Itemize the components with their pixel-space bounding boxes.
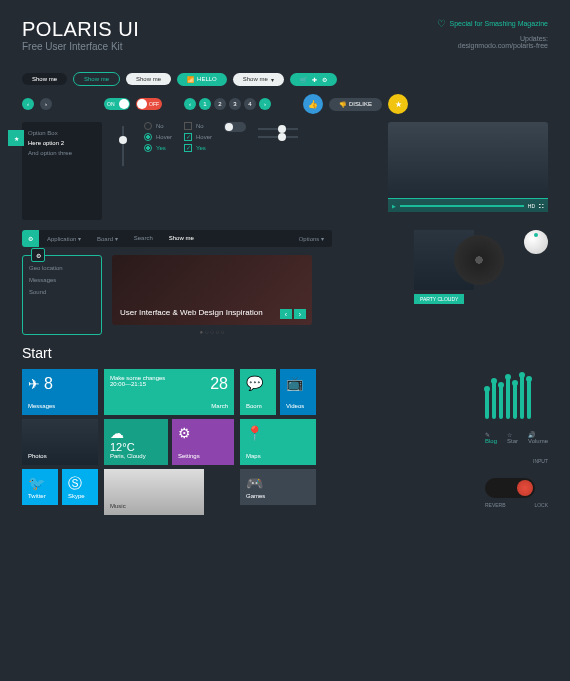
sliders-group: [258, 122, 298, 220]
slider-2[interactable]: [258, 136, 298, 138]
star-icon[interactable]: ★: [8, 130, 24, 146]
showme-button-outline[interactable]: Show me: [73, 72, 120, 86]
tile-photos[interactable]: Photos: [22, 419, 98, 465]
cloud-icon: ☁: [110, 425, 162, 441]
smi-sound[interactable]: Sound: [29, 286, 95, 298]
header-left: POLARIS UI Free User Interface Kit: [22, 18, 139, 52]
check-group: No ✓Hover ✓Yes: [184, 122, 212, 220]
slider-prev[interactable]: ‹: [280, 309, 292, 319]
toggle-switch[interactable]: [485, 478, 535, 498]
showme-button-white[interactable]: Show me: [126, 73, 171, 85]
gamepad-icon: 🎮: [246, 475, 310, 491]
pager-prev[interactable]: ‹: [22, 98, 34, 110]
video-player[interactable]: ▶ HD ⛶: [388, 122, 548, 212]
tile-messages[interactable]: ✈8 Messages: [22, 369, 98, 415]
cart-button[interactable]: 🛒 ✚ ⚙: [290, 73, 337, 86]
dislike-button[interactable]: 👎 DISLIKE: [329, 98, 382, 111]
tile-weather[interactable]: ☁ 12°C Paris, Cloudy: [104, 419, 168, 465]
video-progress[interactable]: [400, 205, 524, 207]
option-box: ★ Option Box Here option 2 And option th…: [22, 122, 102, 220]
pager-2[interactable]: 2: [214, 98, 226, 110]
pager-next-icon[interactable]: ›: [259, 98, 271, 110]
pager-1[interactable]: 1: [199, 98, 211, 110]
equalizer[interactable]: [485, 369, 548, 419]
pager-next-alt[interactable]: ›: [40, 98, 52, 110]
updates-url: designmodo.com/polaris-free: [437, 42, 548, 49]
header-right: Special for Smashing Magazine Updates: d…: [437, 18, 548, 52]
tab-star[interactable]: ☆Star: [507, 431, 518, 444]
navbar: ⚙ Application ▾ Board ▾ Search Show me O…: [22, 230, 332, 247]
slider-dots[interactable]: ● ○ ○ ○ ○: [112, 329, 312, 335]
check-hover[interactable]: ✓: [184, 133, 192, 141]
nav-app[interactable]: Application ▾: [39, 230, 89, 247]
special-text: Special for Smashing Magazine: [437, 18, 548, 29]
subtitle: Free User Interface Kit: [22, 41, 139, 52]
tile-games[interactable]: 🎮Games: [240, 469, 316, 505]
content-slider[interactable]: User Interface & Web Design Inspiration …: [112, 255, 312, 325]
gear-icon[interactable]: ⚙: [31, 248, 45, 262]
tile-music[interactable]: Music: [104, 469, 204, 515]
showme-dropdown[interactable]: Show me ▾: [233, 73, 284, 86]
twitter-icon: 🐦: [28, 475, 52, 491]
nav-options[interactable]: Options ▾: [291, 230, 332, 247]
optbox-item-1[interactable]: Here option 2: [28, 138, 96, 148]
pager-prev-icon[interactable]: ‹: [184, 98, 196, 110]
pin-icon: 📍: [246, 425, 310, 441]
showme-button-dark[interactable]: Show me: [22, 73, 67, 85]
tv-icon: 📺: [286, 375, 310, 391]
tabs: ✎Blog ☆Star 🔊Volume: [485, 431, 548, 444]
tile-skype[interactable]: ⓈSkype: [62, 469, 98, 505]
toggle-off[interactable]: OFF: [136, 98, 162, 110]
slider-1[interactable]: [258, 128, 298, 130]
pager-3[interactable]: 3: [229, 98, 241, 110]
pager-4[interactable]: 4: [244, 98, 256, 110]
tab-volume[interactable]: 🔊Volume: [528, 431, 548, 444]
title: POLARIS UI: [22, 18, 139, 41]
play-icon[interactable]: ▶: [392, 203, 396, 209]
paperplane-icon: ✈: [28, 376, 40, 392]
disc-icon: [454, 235, 504, 285]
optbox-item-2[interactable]: And option three: [28, 148, 96, 158]
vertical-slider[interactable]: [122, 126, 124, 166]
tile-maps[interactable]: 📍Maps: [240, 419, 316, 465]
tile-settings[interactable]: ⚙Settings: [172, 419, 234, 465]
skype-icon: Ⓢ: [68, 475, 92, 493]
radio-yes[interactable]: [144, 144, 152, 152]
pager: ‹ 1 2 3 4 ›: [184, 98, 271, 110]
smi-msg[interactable]: Messages: [29, 274, 95, 286]
tile-videos[interactable]: 📺Videos: [280, 369, 316, 415]
nav-board[interactable]: Board ▾: [89, 230, 126, 247]
knob-dial[interactable]: [524, 230, 548, 254]
chat-icon: 💬: [246, 375, 270, 391]
nav-search[interactable]: Search: [126, 230, 161, 247]
tile-boom[interactable]: 💬Boom: [240, 369, 276, 415]
optbox-title[interactable]: Option Box: [28, 128, 96, 138]
star-button[interactable]: ★: [388, 94, 408, 114]
tile-calendar[interactable]: Make some changes20:00—21:15 28 March: [104, 369, 234, 415]
album-label: PARTY CLOUDY: [414, 294, 464, 304]
switch-input-label: INPUT: [485, 458, 548, 464]
video-hd: HD: [528, 203, 535, 209]
tile-twitter[interactable]: 🐦Twitter: [22, 469, 58, 505]
radio-no[interactable]: [144, 122, 152, 130]
album: [414, 230, 504, 290]
radio-group: No Hover Yes: [144, 122, 172, 220]
fullscreen-icon[interactable]: ⛶: [539, 203, 544, 209]
toggle-small[interactable]: [224, 122, 246, 132]
nav-showme[interactable]: Show me: [161, 230, 202, 247]
smi-geo[interactable]: Geo location: [29, 262, 95, 274]
slider-title: User Interface & Web Design Inspiration: [120, 308, 263, 317]
nav-home-icon[interactable]: ⚙: [22, 230, 39, 247]
start-heading: Start: [22, 345, 548, 361]
radio-hover[interactable]: [144, 133, 152, 141]
toggle-on[interactable]: ON: [104, 98, 130, 110]
updates-label: Updates:: [437, 35, 548, 42]
like-button[interactable]: 👍: [303, 94, 323, 114]
slider-next[interactable]: ›: [294, 309, 306, 319]
check-no[interactable]: [184, 122, 192, 130]
gear-icon-tile: ⚙: [178, 425, 228, 441]
hello-button[interactable]: 📶 HELLO: [177, 73, 227, 86]
side-menu: ⚙ Geo location Messages Sound: [22, 255, 102, 335]
tab-blog[interactable]: ✎Blog: [485, 431, 497, 444]
check-yes[interactable]: ✓: [184, 144, 192, 152]
